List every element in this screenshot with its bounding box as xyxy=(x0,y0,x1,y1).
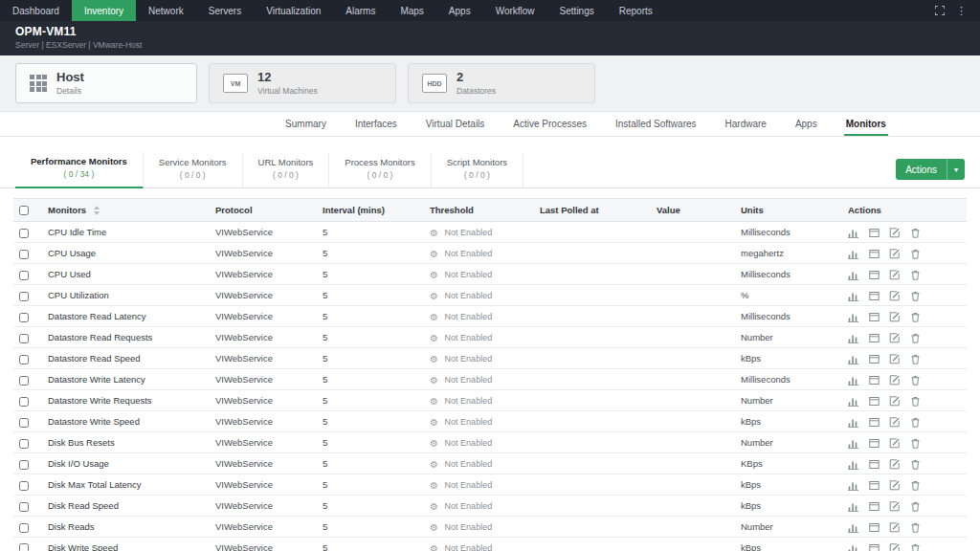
delete-icon[interactable] xyxy=(910,459,921,470)
row-checkbox[interactable] xyxy=(19,376,29,386)
delete-icon[interactable] xyxy=(910,228,921,238)
threshold-gear-icon[interactable]: ⚙ xyxy=(430,396,438,407)
edit-icon[interactable] xyxy=(889,459,900,470)
monitor-name[interactable]: Datastore Read Speed xyxy=(48,353,141,364)
nav-maps[interactable]: Maps xyxy=(388,0,435,21)
row-checkbox[interactable] xyxy=(19,460,29,470)
threshold-gear-icon[interactable]: ⚙ xyxy=(430,459,438,470)
col-header-monitors[interactable]: Monitors xyxy=(42,199,210,222)
row-checkbox[interactable] xyxy=(19,355,29,364)
threshold-gear-icon[interactable]: ⚙ xyxy=(430,312,438,322)
monitor-name[interactable]: CPU Idle Time xyxy=(48,227,106,237)
report-icon[interactable] xyxy=(869,270,880,280)
virtual-machines-card[interactable]: VM 12 Virtual Machines xyxy=(209,63,396,103)
nav-settings[interactable]: Settings xyxy=(547,0,607,21)
report-icon[interactable] xyxy=(869,228,880,238)
nav-apps[interactable]: Apps xyxy=(436,0,483,21)
report-icon[interactable] xyxy=(869,291,880,301)
report-icon[interactable] xyxy=(869,501,880,512)
threshold-gear-icon[interactable]: ⚙ xyxy=(430,249,438,259)
select-all-checkbox[interactable] xyxy=(19,206,29,215)
fullscreen-icon[interactable] xyxy=(935,6,945,15)
delete-icon[interactable] xyxy=(910,396,921,407)
report-icon[interactable] xyxy=(869,375,880,386)
nav-virtualization[interactable]: Virtualization xyxy=(254,0,333,21)
tab-performance-monitors[interactable]: Performance Monitors ( 0 / 34 ) xyxy=(15,152,144,188)
report-icon[interactable] xyxy=(869,249,880,259)
report-icon[interactable] xyxy=(869,438,880,449)
report-icon[interactable] xyxy=(869,354,880,364)
report-icon[interactable] xyxy=(869,417,880,428)
chart-icon[interactable] xyxy=(848,312,858,322)
monitor-name[interactable]: Disk Read Speed xyxy=(48,500,119,511)
row-checkbox[interactable] xyxy=(19,313,29,322)
report-icon[interactable] xyxy=(869,333,880,343)
nav-reports[interactable]: Reports xyxy=(607,0,665,21)
tab-summary[interactable]: Summary xyxy=(283,119,328,136)
threshold-gear-icon[interactable]: ⚙ xyxy=(430,333,438,343)
chart-icon[interactable] xyxy=(848,291,858,301)
threshold-gear-icon[interactable]: ⚙ xyxy=(430,438,438,449)
edit-icon[interactable] xyxy=(889,375,900,386)
row-checkbox[interactable] xyxy=(19,543,29,551)
monitor-name[interactable]: Disk I/O Usage xyxy=(48,458,109,469)
edit-icon[interactable] xyxy=(889,543,900,551)
edit-icon[interactable] xyxy=(889,438,900,449)
monitor-name[interactable]: CPU Utilization xyxy=(48,290,109,300)
nav-inventory[interactable]: Inventory xyxy=(72,0,136,21)
delete-icon[interactable] xyxy=(910,480,921,491)
threshold-gear-icon[interactable]: ⚙ xyxy=(430,291,438,301)
edit-icon[interactable] xyxy=(889,333,900,343)
tab-url-monitors[interactable]: URL Monitors ( 0 / 0 ) xyxy=(243,153,330,187)
threshold-gear-icon[interactable]: ⚙ xyxy=(430,480,438,491)
nav-network[interactable]: Network xyxy=(136,0,196,21)
edit-icon[interactable] xyxy=(889,480,900,491)
nav-dashboard[interactable]: Dashboard xyxy=(0,0,72,21)
monitor-name[interactable]: Disk Reads xyxy=(48,521,95,532)
delete-icon[interactable] xyxy=(910,354,921,364)
row-checkbox[interactable] xyxy=(19,502,29,512)
monitor-name[interactable]: CPU Used xyxy=(48,269,91,279)
delete-icon[interactable] xyxy=(910,417,921,428)
edit-icon[interactable] xyxy=(889,522,900,533)
datastores-card[interactable]: HDD 2 Datastores xyxy=(408,63,595,103)
row-checkbox[interactable] xyxy=(19,397,29,407)
nav-servers[interactable]: Servers xyxy=(196,0,254,21)
delete-icon[interactable] xyxy=(910,543,921,551)
sort-icon[interactable] xyxy=(94,206,100,215)
edit-icon[interactable] xyxy=(889,417,900,428)
row-checkbox[interactable] xyxy=(19,334,29,343)
chart-icon[interactable] xyxy=(848,501,858,512)
threshold-gear-icon[interactable]: ⚙ xyxy=(430,522,438,533)
row-checkbox[interactable] xyxy=(19,250,29,259)
threshold-gear-icon[interactable]: ⚙ xyxy=(430,375,438,386)
delete-icon[interactable] xyxy=(910,438,921,449)
tab-process-monitors[interactable]: Process Monitors ( 0 / 0 ) xyxy=(329,153,431,187)
tab-monitors[interactable]: Monitors xyxy=(844,119,888,136)
chart-icon[interactable] xyxy=(848,396,858,407)
edit-icon[interactable] xyxy=(889,354,900,364)
delete-icon[interactable] xyxy=(910,522,921,533)
threshold-gear-icon[interactable]: ⚙ xyxy=(430,417,438,428)
threshold-gear-icon[interactable]: ⚙ xyxy=(430,228,438,238)
monitor-name[interactable]: Datastore Write Latency xyxy=(48,374,145,385)
delete-icon[interactable] xyxy=(910,270,921,280)
chart-icon[interactable] xyxy=(848,375,858,386)
threshold-gear-icon[interactable]: ⚙ xyxy=(430,543,438,551)
edit-icon[interactable] xyxy=(889,312,900,322)
chart-icon[interactable] xyxy=(848,480,858,491)
edit-icon[interactable] xyxy=(889,270,900,280)
tab-apps[interactable]: Apps xyxy=(793,119,819,136)
edit-icon[interactable] xyxy=(889,249,900,259)
kebab-menu-icon[interactable]: ⋮ xyxy=(956,5,967,17)
delete-icon[interactable] xyxy=(910,333,921,343)
row-checkbox[interactable] xyxy=(19,418,29,428)
monitor-name[interactable]: Datastore Write Requests xyxy=(48,395,152,406)
chart-icon[interactable] xyxy=(848,228,858,238)
report-icon[interactable] xyxy=(869,396,880,407)
tab-service-monitors[interactable]: Service Monitors ( 0 / 0 ) xyxy=(144,153,243,187)
monitor-name[interactable]: CPU Usage xyxy=(48,248,96,258)
row-checkbox[interactable] xyxy=(19,481,29,491)
monitor-name[interactable]: Disk Max Total Latency xyxy=(48,479,142,490)
monitor-name[interactable]: Datastore Write Speed xyxy=(48,416,140,427)
